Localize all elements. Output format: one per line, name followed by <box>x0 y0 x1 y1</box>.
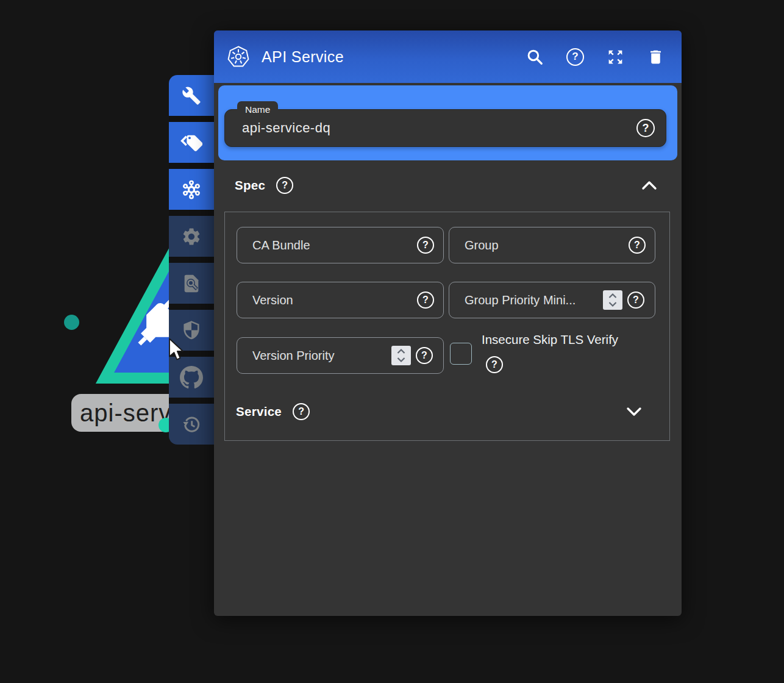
spec-fieldset: CA Bundle ? Group ? Version ? Group Prio… <box>224 212 670 441</box>
ca-bundle-label: CA Bundle <box>252 238 310 252</box>
version-priority-field[interactable]: Version Priority ? <box>237 337 444 374</box>
delete-button[interactable] <box>647 48 665 66</box>
up-down-chevrons-icon <box>607 292 619 308</box>
panel-title: API Service <box>262 48 344 66</box>
insecure-skip-tls-verify-label: Insecure Skip TLS Verify <box>482 332 618 347</box>
version-priority-label: Version Priority <box>252 349 335 363</box>
panel-header: API Service ? <box>214 30 682 83</box>
chevron-up-icon <box>641 181 657 190</box>
expand-button[interactable] <box>607 48 624 66</box>
node-input-port-dot[interactable] <box>64 315 79 330</box>
insecure-skip-tls-verify-help-button[interactable]: ? <box>486 356 503 373</box>
trash-icon <box>647 48 665 66</box>
help-icon: ? <box>282 180 288 191</box>
group-help-button[interactable]: ? <box>629 237 646 254</box>
help-icon: ? <box>422 295 429 306</box>
help-icon: ? <box>643 122 649 135</box>
document-magnifier-icon <box>181 273 202 294</box>
help-icon: ? <box>633 295 639 306</box>
toolbar-history-button[interactable] <box>169 404 214 445</box>
version-priority-help-button[interactable]: ? <box>416 347 433 364</box>
hub-icon <box>180 179 202 201</box>
toolbar-github-button[interactable] <box>169 357 214 398</box>
toolbar-document-search-button[interactable] <box>169 263 214 304</box>
help-icon: ? <box>634 240 640 251</box>
kubernetes-logo-icon <box>226 45 251 69</box>
search-button[interactable] <box>526 48 544 66</box>
ca-bundle-field[interactable]: CA Bundle ? <box>237 227 444 263</box>
toolbar-hub-button[interactable] <box>169 169 214 210</box>
service-section-header: Service ? <box>236 398 642 426</box>
spec-collapse-button[interactable] <box>641 181 657 190</box>
help-icon: ? <box>298 406 304 417</box>
group-priority-minimum-field[interactable]: Group Priority Mini... ? <box>449 282 655 318</box>
help-icon: ? <box>421 350 427 361</box>
group-label: Group <box>465 238 499 252</box>
version-help-button[interactable]: ? <box>417 291 434 309</box>
name-input-wrap: Name ? <box>224 109 666 147</box>
wrench-icon <box>182 86 201 105</box>
spec-section-header: Spec ? <box>235 174 657 197</box>
toolbar-tags-button[interactable] <box>169 122 214 163</box>
service-help-button[interactable]: ? <box>293 403 310 420</box>
help-button[interactable]: ? <box>566 48 584 66</box>
help-icon: ? <box>491 359 497 370</box>
search-icon <box>526 48 544 66</box>
chevron-down-icon <box>626 407 642 417</box>
service-expand-button[interactable] <box>626 407 642 417</box>
group-priority-stepper[interactable] <box>603 290 622 310</box>
group-field[interactable]: Group ? <box>449 227 655 263</box>
properties-panel: API Service ? Name <box>214 30 682 616</box>
toolbar-shield-button[interactable] <box>169 310 214 351</box>
history-icon <box>181 414 202 435</box>
tags-icon <box>180 132 202 153</box>
help-icon: ? <box>422 240 429 251</box>
toolbar-wrench-button[interactable] <box>169 75 214 116</box>
version-label: Version <box>252 293 293 307</box>
toolbar-settings-button[interactable] <box>169 216 214 257</box>
spec-title: Spec <box>235 178 265 193</box>
group-priority-minimum-label: Group Priority Mini... <box>465 293 576 307</box>
service-title: Service <box>236 404 282 419</box>
shield-icon <box>181 320 202 341</box>
group-priority-help-button[interactable]: ? <box>627 291 644 309</box>
name-section: Name ? <box>218 85 677 160</box>
spec-help-button[interactable]: ? <box>276 177 293 194</box>
name-help-button[interactable]: ? <box>636 119 655 137</box>
node-toolbar <box>169 75 214 445</box>
expand-icon <box>607 48 624 66</box>
ca-bundle-help-button[interactable]: ? <box>417 237 434 254</box>
version-priority-stepper[interactable] <box>391 346 411 365</box>
name-input[interactable] <box>225 110 666 146</box>
github-icon <box>180 366 203 389</box>
up-down-chevrons-icon <box>395 348 407 363</box>
help-icon: ? <box>572 51 578 63</box>
gear-icon <box>181 226 202 247</box>
version-field[interactable]: Version ? <box>237 282 444 318</box>
insecure-skip-tls-verify-checkbox[interactable] <box>450 343 472 365</box>
